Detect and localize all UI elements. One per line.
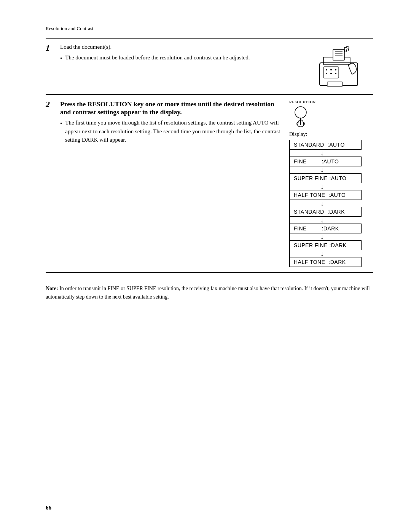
- svg-point-12: [335, 73, 336, 74]
- resolution-button-display: RESOLUTION: [289, 100, 316, 128]
- note-text: In order to transmit in FINE or SUPER FI…: [46, 286, 370, 300]
- display-item-3: HALF TONE :AUTO: [290, 190, 365, 200]
- display-label: Display:: [289, 131, 307, 137]
- step-1-title: Load the document(s).: [60, 44, 308, 50]
- hand-press-icon: [292, 105, 313, 128]
- arrow-down-icon-3: ↓: [320, 200, 324, 207]
- arrow-down-icon-1: ↓: [320, 166, 324, 173]
- display-box-6: SUPER FINE :DARK: [290, 240, 362, 250]
- display-box-3: HALF TONE :AUTO: [290, 190, 362, 200]
- display-box-1: FINE :AUTO: [290, 157, 362, 166]
- arrow-down-icon-6: ↓: [320, 250, 324, 257]
- step-2-title-key: RESOLUTION: [88, 100, 132, 108]
- fax-machine-icon: [312, 44, 369, 89]
- svg-point-8: [330, 69, 332, 70]
- display-box-4: STANDARD :DARK: [290, 207, 362, 217]
- note-label: Note:: [46, 286, 58, 291]
- display-item-4: STANDARD :DARK: [290, 207, 365, 217]
- display-item-1: FINE :AUTO: [290, 157, 365, 166]
- display-arrow-5: ↓: [290, 233, 365, 240]
- step-2-left: Press the RESOLUTION key one or more tim…: [60, 100, 282, 144]
- note-section: Note: In order to transmit in FINE or SU…: [46, 284, 373, 302]
- display-arrow-3: ↓: [290, 200, 365, 207]
- display-list: STANDARD :AUTO ↓ FINE :AUTO ↓ SUPER FINE…: [289, 140, 365, 267]
- header-rule: [46, 23, 373, 23]
- step-2-bullet-text: The first time you move through the list…: [65, 118, 282, 144]
- step-2-title: Press the RESOLUTION key one or more tim…: [60, 100, 282, 116]
- svg-point-7: [326, 69, 327, 70]
- arrow-down-icon-4: ↓: [320, 217, 324, 224]
- resolution-button-label: RESOLUTION: [289, 100, 316, 104]
- display-item-0: STANDARD :AUTO: [290, 140, 365, 150]
- step-1-bullet-1: • The document must be loaded before the…: [60, 53, 308, 63]
- step-1-content: Load the document(s). • The document mus…: [60, 44, 308, 63]
- step-1: 1 Load the document(s). • The document m…: [46, 39, 373, 95]
- arrow-down-icon-5: ↓: [320, 233, 324, 240]
- display-box-0: STANDARD :AUTO: [290, 140, 362, 150]
- page: Resolution and Contrast 1 Load the docum…: [0, 0, 411, 532]
- step-1-image: [308, 44, 373, 89]
- svg-rect-13: [327, 82, 342, 86]
- step-2-number: 2: [46, 99, 60, 109]
- step-2-right: RESOLUTION Display:: [282, 100, 373, 267]
- display-arrow-6: ↓: [290, 250, 365, 257]
- bullet-dot-2: •: [60, 119, 62, 128]
- svg-point-11: [330, 73, 332, 74]
- step-2: 2 Press the RESOLUTION key one or more t…: [46, 95, 373, 273]
- display-arrow-0: ↓: [290, 150, 365, 157]
- svg-rect-2: [333, 50, 344, 60]
- display-arrow-2: ↓: [290, 183, 365, 190]
- page-number: 66: [46, 505, 51, 511]
- display-box-7: HALF TONE :DARK: [290, 257, 362, 267]
- display-box-2: SUPER FINE :AUTO: [290, 173, 362, 183]
- arrow-down-icon: ↓: [320, 150, 324, 157]
- step-1-bullet-text: The document must be loaded before the r…: [65, 53, 250, 62]
- step-2-bullet-1: • The first time you move through the li…: [60, 118, 282, 144]
- bullet-dot: •: [60, 54, 62, 63]
- svg-point-9: [335, 69, 336, 70]
- svg-point-10: [326, 73, 327, 74]
- svg-rect-6: [323, 67, 339, 78]
- display-item-6: SUPER FINE :DARK: [290, 240, 365, 250]
- display-item-2: SUPER FINE :AUTO: [290, 173, 365, 183]
- step-1-number: 1: [46, 43, 60, 53]
- step-2-title-prefix: Press the: [60, 100, 88, 108]
- display-arrow-4: ↓: [290, 217, 365, 224]
- header-label: Resolution and Contrast: [46, 26, 373, 32]
- display-box-5: FINE :DARK: [290, 224, 362, 233]
- display-arrow-1: ↓: [290, 166, 365, 173]
- display-item-7: HALF TONE :DARK: [290, 257, 365, 267]
- arrow-down-icon-2: ↓: [320, 183, 324, 190]
- display-item-5: FINE :DARK: [290, 224, 365, 233]
